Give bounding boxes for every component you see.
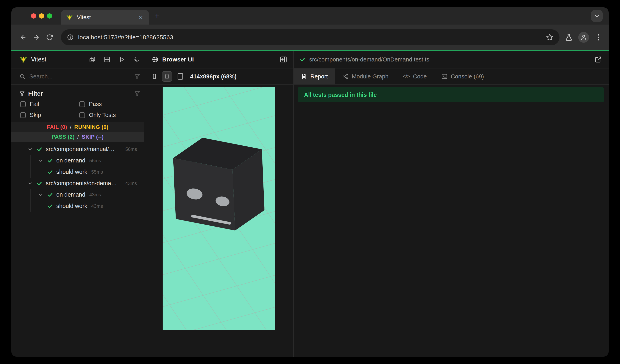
summary-row-fail-running: FAIL (0) / RUNNING (0) [11, 122, 144, 132]
forward-button[interactable] [31, 31, 42, 43]
check-icon [47, 203, 53, 209]
preview-area [144, 85, 293, 357]
checkbox-icon [20, 112, 26, 118]
tab-console[interactable]: Console (69) [434, 68, 491, 84]
test-file-path: src/components/on-demand/OnDemand.test.t… [309, 56, 429, 63]
profile-button[interactable] [578, 32, 589, 43]
filter-reset-icon[interactable] [134, 91, 140, 97]
check-icon [300, 57, 306, 62]
summary-separator: / [70, 124, 72, 130]
back-arrow-icon [20, 34, 27, 41]
tree-row-label: src/components/on-dema… [46, 180, 117, 187]
phone-icon [164, 73, 170, 79]
tablet-preset-button[interactable] [177, 73, 184, 80]
active-phone-preset-button[interactable] [162, 71, 172, 82]
tab-label: Code [413, 73, 427, 80]
experiments-flask-icon[interactable] [565, 33, 573, 42]
checkbox-label: Only Tests [89, 112, 116, 118]
overlapping-windows-icon [89, 56, 95, 63]
search-input[interactable] [29, 73, 131, 80]
report-panel: src/components/on-demand/OnDemand.test.t… [294, 51, 609, 357]
tab-code[interactable]: </> Code [396, 68, 434, 84]
tree-row-label: on demand [56, 157, 85, 164]
open-in-panel-icon[interactable] [280, 56, 287, 63]
checkbox-label: Pass [89, 101, 102, 107]
small-phone-preset-button[interactable] [151, 73, 157, 79]
filter-options: Fail Pass Skip Only Tests [19, 101, 140, 118]
chevron-down-icon[interactable] [38, 192, 44, 198]
code-icon: </> [403, 73, 410, 80]
test-tree: src/components/manual/… 56ms on demand 5… [11, 142, 144, 357]
bookmark-star-icon[interactable] [546, 33, 554, 41]
tab-report[interactable]: Report [294, 68, 335, 84]
traffic-lights [31, 13, 52, 19]
viewport-toolbar: 414x896px (68%) [144, 68, 293, 85]
vitest-logo-icon [19, 56, 27, 63]
filter-checkbox-fail[interactable]: Fail [20, 101, 79, 107]
forward-arrow-icon [33, 34, 40, 41]
person-icon [580, 34, 587, 41]
tab-strip: Vitest × + [11, 7, 609, 25]
zoom-window-button[interactable] [47, 13, 52, 19]
skip-count: SKIP (--) [82, 134, 104, 140]
dark-mode-toggle[interactable] [133, 56, 141, 63]
filter-checkbox-pass[interactable]: Pass [79, 101, 140, 107]
globe-icon [152, 56, 159, 63]
tested-app-viewport[interactable] [163, 87, 275, 330]
checkbox-icon [79, 112, 85, 118]
chevron-down-icon[interactable] [38, 158, 44, 163]
grid-icon [104, 56, 110, 63]
tree-row-duration: 56ms [125, 146, 137, 152]
tab-search-button[interactable] [591, 10, 603, 22]
tests-passed-banner: All tests passed in this file [298, 87, 604, 102]
report-tabs: Report Module Graph </> Code Console (69… [294, 68, 609, 85]
chevron-down-icon[interactable] [27, 146, 33, 152]
dashboard-button[interactable] [103, 56, 111, 63]
robot-cube-scene [163, 87, 275, 330]
close-window-button[interactable] [31, 13, 36, 19]
tree-row-test-should-work-2[interactable]: should work 43ms [11, 200, 144, 212]
console-icon [441, 73, 448, 80]
summary-row-pass-skip: PASS (2) / SKIP (--) [11, 132, 144, 142]
new-tab-button[interactable]: + [155, 12, 160, 20]
chevron-down-icon[interactable] [27, 181, 33, 186]
browser-ui-panel: Browser UI 414x896px (68%) [144, 51, 294, 357]
tree-row-file-on-demand[interactable]: src/components/on-dema… 43ms [11, 178, 144, 189]
tab-module-graph[interactable]: Module Graph [335, 68, 396, 84]
minimize-window-button[interactable] [39, 13, 44, 19]
external-link-icon[interactable] [595, 56, 602, 63]
browser-window: Vitest × + localhost:5173/#/?file=182862… [11, 7, 609, 357]
browser-tab-vitest[interactable]: Vitest × [61, 10, 149, 25]
checkbox-label: Skip [30, 112, 41, 118]
pass-count: PASS (2) [51, 134, 75, 140]
browser-ui-header: Browser UI [144, 51, 293, 68]
check-icon [37, 146, 43, 152]
address-bar[interactable]: localhost:5173/#/?file=1828625563 [61, 29, 559, 45]
browser-menu-kebab-icon[interactable] [594, 33, 603, 42]
collapse-all-button[interactable] [88, 56, 96, 63]
chevron-down-icon [594, 13, 600, 19]
tab-label: Console (69) [451, 73, 484, 80]
filter-title: Filter [28, 90, 43, 97]
tree-row-file-manual[interactable]: src/components/manual/… 56ms [11, 144, 144, 155]
check-icon [37, 180, 43, 186]
site-info-icon[interactable] [67, 34, 74, 41]
filter-checkbox-only-tests[interactable]: Only Tests [79, 112, 140, 118]
tree-row-test-should-work[interactable]: should work 55ms [11, 166, 144, 178]
filter-panel: Filter Fail Pass Skip Only Tests [11, 85, 144, 122]
tree-row-suite-on-demand[interactable]: on demand 56ms [11, 155, 144, 166]
browser-toolbar: localhost:5173/#/?file=1828625563 [11, 25, 609, 50]
clear-filter-icon[interactable] [134, 73, 140, 79]
tree-row-duration: 43ms [125, 181, 137, 186]
back-button[interactable] [17, 31, 29, 43]
run-all-button[interactable] [118, 56, 126, 63]
tree-row-suite-on-demand-2[interactable]: on demand 43ms [11, 189, 144, 200]
reload-button[interactable] [44, 31, 55, 43]
check-icon [47, 158, 53, 164]
filter-checkbox-skip[interactable]: Skip [20, 112, 79, 118]
tree-row-label: should work [56, 169, 87, 175]
running-count: RUNNING (0) [74, 124, 108, 130]
checkbox-label: Fail [30, 101, 39, 107]
tab-close-icon[interactable]: × [138, 14, 144, 21]
funnel-icon [19, 91, 25, 96]
